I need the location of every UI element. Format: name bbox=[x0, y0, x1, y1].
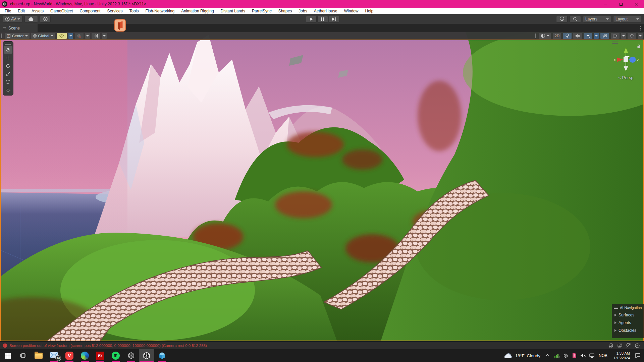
play-button[interactable] bbox=[306, 16, 317, 22]
network-overlay-button[interactable] bbox=[57, 33, 67, 39]
snap-increment-button[interactable] bbox=[92, 33, 100, 39]
toolbar-drag-handle[interactable] bbox=[535, 34, 537, 38]
menu-item[interactable]: Help bbox=[362, 8, 377, 14]
menu-item[interactable]: Fish-Networking bbox=[142, 8, 178, 14]
camera-settings-dropdown[interactable] bbox=[621, 33, 626, 39]
collab-disabled-icon[interactable] bbox=[617, 343, 623, 348]
task-view-button[interactable] bbox=[15, 349, 31, 362]
ai-navigation-section[interactable]: Obstacles bbox=[614, 328, 642, 333]
scene-viewport-render[interactable] bbox=[0, 32, 644, 341]
cloud-services-button[interactable] bbox=[24, 16, 38, 22]
grid-snap-dropdown[interactable] bbox=[85, 33, 90, 39]
tab-menu-icon[interactable] bbox=[640, 28, 641, 29]
menu-item[interactable]: ParrelSync bbox=[249, 8, 275, 14]
undo-history-button[interactable] bbox=[556, 16, 568, 22]
network-status-button[interactable] bbox=[587, 349, 596, 362]
search-button[interactable] bbox=[570, 16, 581, 22]
overlay-drag-handle[interactable] bbox=[612, 42, 618, 44]
overlay-drag-handle[interactable] bbox=[614, 307, 618, 309]
notifications-muted-icon[interactable] bbox=[608, 343, 614, 348]
menu-item[interactable]: GameObject bbox=[47, 8, 76, 14]
console-error-message[interactable]: Screen position out of view frustum (scr… bbox=[9, 344, 207, 348]
menu-item[interactable]: Distant Lands bbox=[217, 8, 249, 14]
pause-button[interactable] bbox=[317, 16, 328, 22]
effects-button[interactable] bbox=[584, 33, 592, 39]
menu-item[interactable]: Component bbox=[76, 8, 104, 14]
grid-snap-button[interactable] bbox=[75, 33, 84, 39]
axis-gizmo[interactable]: x z bbox=[613, 46, 639, 75]
menu-item[interactable]: Edit bbox=[14, 8, 28, 14]
draw-mode-dropdown[interactable] bbox=[539, 33, 551, 39]
menu-item[interactable]: Tools bbox=[126, 8, 142, 14]
snap-increment-dropdown[interactable] bbox=[102, 33, 107, 39]
rotate-tool[interactable] bbox=[4, 62, 12, 70]
status-bar[interactable]: Screen position out of view frustum (scr… bbox=[0, 341, 644, 349]
step-button[interactable] bbox=[329, 16, 339, 22]
gizmos-dropdown[interactable] bbox=[638, 33, 643, 39]
menu-item[interactable]: Animation Rigging bbox=[178, 8, 217, 14]
effects-dropdown[interactable] bbox=[594, 33, 599, 39]
close-button[interactable] bbox=[629, 0, 644, 8]
vivaldi-browser-button[interactable]: V bbox=[62, 349, 77, 362]
refresh-disabled-icon[interactable] bbox=[626, 343, 631, 348]
mail-app-button[interactable]: 26 bbox=[46, 349, 62, 362]
scene-view[interactable]: Center Global bbox=[0, 32, 644, 341]
tray-expand-button[interactable] bbox=[544, 349, 552, 362]
menu-item[interactable]: File bbox=[1, 8, 14, 14]
scale-tool[interactable] bbox=[4, 70, 12, 78]
floating-package-icon[interactable] bbox=[114, 18, 126, 33]
menu-item[interactable]: Window bbox=[341, 8, 362, 14]
camera-settings-button[interactable] bbox=[611, 33, 620, 39]
2d-toggle-button[interactable]: 2D bbox=[553, 33, 561, 39]
menu-item[interactable]: Jobs bbox=[295, 8, 310, 14]
menu-item[interactable]: Shapes bbox=[275, 8, 296, 14]
cache-status-icon[interactable] bbox=[635, 343, 640, 348]
file-explorer-button[interactable] bbox=[31, 349, 46, 362]
keyboard-layout-indicator[interactable]: NOB bbox=[596, 353, 610, 358]
layout-dropdown[interactable]: Layout bbox=[613, 16, 641, 22]
transform-tool[interactable] bbox=[4, 86, 12, 94]
scene-lighting-button[interactable] bbox=[563, 33, 572, 39]
tray-unity-hub[interactable] bbox=[561, 349, 570, 362]
ai-navigation-section[interactable]: Surfaces bbox=[614, 313, 642, 317]
chevron-down-icon bbox=[69, 35, 72, 37]
version-control-button[interactable] bbox=[40, 16, 51, 22]
spotify-button[interactable] bbox=[108, 349, 123, 362]
edge-browser-button[interactable] bbox=[77, 349, 93, 362]
chevron-down-icon bbox=[606, 18, 609, 20]
view-hand-tool[interactable] bbox=[4, 46, 12, 54]
tray-pink-app[interactable] bbox=[570, 349, 579, 362]
lightbulb-icon bbox=[565, 34, 569, 38]
gizmos-button[interactable] bbox=[628, 33, 636, 39]
volume-muted-button[interactable] bbox=[579, 349, 587, 362]
tray-network-app[interactable] bbox=[552, 349, 561, 362]
menu-item[interactable]: AetherHouse bbox=[311, 8, 341, 14]
menu-item[interactable]: Assets bbox=[28, 8, 47, 14]
unity-hub-button[interactable] bbox=[123, 349, 139, 362]
filezilla-button[interactable]: Fz bbox=[93, 349, 108, 362]
start-button[interactable] bbox=[0, 349, 15, 362]
network-overlay-dropdown[interactable] bbox=[68, 33, 73, 39]
ai-navigation-section[interactable]: Agents bbox=[614, 320, 642, 325]
minimize-button[interactable] bbox=[598, 0, 613, 8]
account-button[interactable]: AV bbox=[3, 16, 22, 22]
action-center-button[interactable] bbox=[633, 349, 642, 362]
scene-visibility-button[interactable] bbox=[600, 33, 609, 39]
toolbar-drag-handle[interactable] bbox=[1, 34, 3, 38]
scene-audio-button[interactable] bbox=[573, 33, 582, 39]
rect-tool[interactable] bbox=[4, 78, 12, 86]
blue-cube-app-button[interactable] bbox=[154, 349, 170, 362]
title-bar[interactable]: chased-urp - NewWorld - Windows, Mac, Li… bbox=[0, 0, 644, 8]
weather-widget[interactable]: 18°F Cloudy bbox=[501, 349, 544, 362]
taskbar-clock[interactable]: 1:33 AM 1/15/2024 bbox=[610, 349, 633, 362]
handle-space-dropdown[interactable]: Global bbox=[31, 33, 55, 39]
menu-item[interactable]: Services bbox=[104, 8, 126, 14]
tab-scene[interactable]: Scene bbox=[0, 24, 38, 32]
layers-dropdown[interactable]: Layers bbox=[583, 16, 611, 22]
overlay-drag-handle[interactable] bbox=[5, 43, 11, 45]
pivot-mode-dropdown[interactable]: Center bbox=[5, 33, 30, 39]
perspective-label[interactable]: < Persp bbox=[610, 75, 642, 80]
unity-editor-button[interactable] bbox=[139, 349, 154, 362]
maximize-button[interactable] bbox=[613, 0, 629, 8]
move-tool[interactable] bbox=[4, 54, 12, 62]
